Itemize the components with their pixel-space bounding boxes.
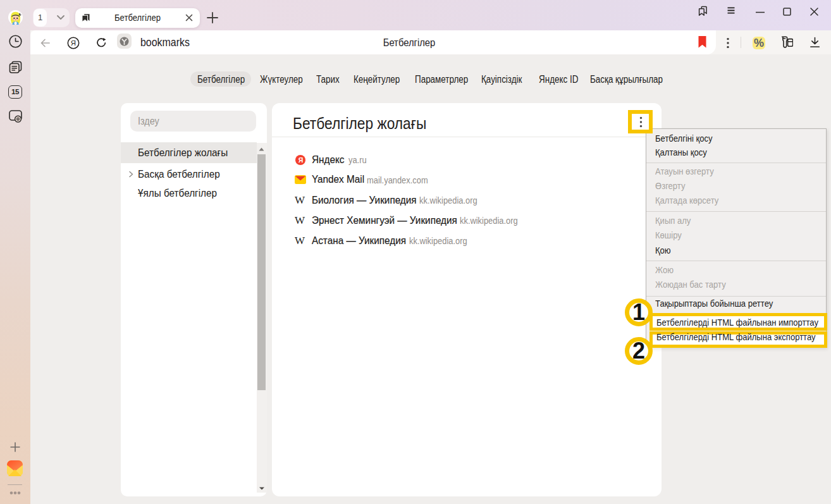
- svg-text:Я: Я: [71, 39, 76, 47]
- svg-text:Я: Я: [299, 156, 304, 164]
